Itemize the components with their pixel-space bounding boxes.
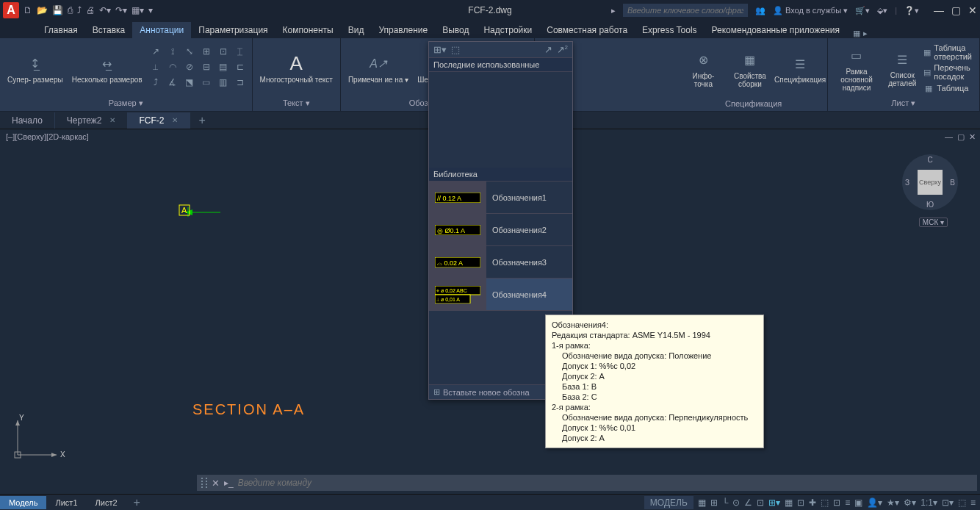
sb-grid-icon[interactable]: ▦	[698, 498, 706, 508]
close-icon[interactable]: ✕	[172, 116, 178, 124]
file-tab[interactable]: Чертеж2✕	[55, 112, 128, 129]
layout-tab[interactable]: Лист2	[87, 496, 126, 509]
ribbon-tab[interactable]: Вывод	[435, 22, 476, 38]
vp-max-icon[interactable]: ▢	[957, 132, 965, 142]
sb-tool-icon[interactable]: ⬚	[958, 498, 966, 508]
dim-icon[interactable]: ⟟	[165, 46, 180, 60]
qat-prop-icon[interactable]: ▦▾	[131, 5, 144, 15]
sb-lwt-icon[interactable]: ⊞▾	[768, 498, 780, 508]
ribbon-play-icon[interactable]: ▸	[863, 29, 868, 38]
fcf-library-item[interactable]: ⌖ ø 0,02 ABC⟂ ø 0,01 A Обозначения4	[429, 279, 572, 311]
dim-icon[interactable]: ↗	[148, 46, 163, 60]
ribbon-tab[interactable]: Рекомендованные приложения	[705, 22, 847, 38]
ribbon-tab[interactable]: Express Tools	[635, 22, 704, 38]
dim-icon[interactable]: ⊡	[216, 46, 231, 60]
ucs-badge[interactable]: МСК ▾	[919, 218, 948, 227]
sb-trans-icon[interactable]: ▦	[785, 498, 793, 508]
qat-redo-icon[interactable]: ↷▾	[115, 5, 127, 15]
minimize-button[interactable]: —	[934, 4, 944, 16]
qat-save-icon[interactable]: 💾	[52, 5, 63, 15]
fcf-tool-icon[interactable]: ⬚	[451, 44, 460, 55]
partslist-button[interactable]: ☰Список деталей	[884, 48, 920, 89]
close-icon[interactable]: ✕	[109, 116, 115, 124]
sb-osnap-icon[interactable]: ∠	[744, 498, 752, 508]
sb-tool-icon[interactable]: ★▾	[887, 498, 899, 508]
sb-ortho-icon[interactable]: └	[722, 498, 729, 508]
fcf-library-item[interactable]: ⌓ 0.02 A Обозначения3	[429, 246, 572, 279]
maximize-button[interactable]: ▢	[951, 4, 961, 16]
infopoint-button[interactable]: ⊗Инфо- точка	[685, 49, 723, 90]
dim-icon[interactable]: ⟂	[148, 62, 163, 75]
dim-icon[interactable]: ⊞	[199, 46, 214, 60]
vp-min-icon[interactable]: —	[945, 132, 953, 142]
sb-tool-icon[interactable]: ⚙▾	[904, 498, 916, 508]
multi-dim-button[interactable]: ↔̲Несколько размеров	[69, 52, 145, 85]
file-tab[interactable]: FCF-2✕	[128, 112, 190, 129]
ribbon-extra-icon[interactable]: ▦	[853, 29, 860, 38]
vp-close-icon[interactable]: ✕	[969, 132, 976, 142]
sb-tool-icon[interactable]: ⊡	[833, 498, 840, 508]
help-icon[interactable]: ❔▾	[904, 6, 919, 15]
dim-icon[interactable]: ⊐	[233, 77, 248, 90]
dim-icon[interactable]: ∡	[165, 77, 180, 90]
titleblock-button[interactable]: ▭Рамка основной надписи	[832, 44, 882, 93]
super-dim-button[interactable]: ↕̲Супер- размеры	[4, 52, 66, 85]
note-button[interactable]: A↗Примечан ие на ▾	[345, 52, 411, 85]
dim-icon[interactable]: ⊘	[182, 62, 197, 75]
drawing-canvas[interactable]: A B C ø2.0 ⌖ ø 0,02 A B C ⟂ ø 0,01 A A→	[0, 129, 220, 240]
sb-tool-icon[interactable]: ⊡	[797, 498, 804, 508]
qat-more-icon[interactable]: ▾	[148, 5, 153, 15]
dim-icon[interactable]: ⤴	[148, 77, 163, 90]
ribbon-tab[interactable]: Главная	[37, 22, 85, 38]
viewcube-n[interactable]: С	[927, 156, 932, 164]
ribbon-tab[interactable]: Компоненты	[275, 22, 341, 38]
signin-button[interactable]: 👤 Вход в службы ▾	[773, 6, 848, 15]
app-logo[interactable]: A	[3, 2, 19, 18]
sb-polar-icon[interactable]: ⊙	[732, 498, 740, 508]
fcf-tool-icon[interactable]: ↗	[544, 44, 552, 55]
bom-button[interactable]: ☰Спецификация	[778, 52, 823, 85]
sb-tool-icon[interactable]: ✚	[809, 498, 816, 508]
file-tab[interactable]: Начало	[0, 112, 55, 129]
hole-table-button[interactable]: ▦Таблица отверстий	[923, 43, 975, 61]
fcf-library-item[interactable]: // 0.12 A Обозначения1	[429, 182, 572, 214]
qat-print-icon[interactable]: 🖨	[86, 5, 95, 15]
ribbon-tab[interactable]: Вид	[341, 22, 372, 38]
ribbon-tab[interactable]: Аннотации	[132, 22, 191, 38]
viewcube-face[interactable]: Сверху	[918, 170, 943, 195]
layout-add-button[interactable]: +	[126, 494, 148, 511]
ribbon-tab[interactable]: Совместная работа	[539, 22, 635, 38]
cart-icon[interactable]: 🛒▾	[855, 6, 870, 15]
layout-tab[interactable]: Лист1	[46, 496, 86, 509]
fcf-library-item[interactable]: ◎ Ø0.1 A Обозначения2	[429, 214, 572, 246]
autodesk-icon[interactable]: ⬙▾	[877, 6, 887, 15]
sb-tool-icon[interactable]: 👤▾	[867, 498, 882, 508]
cmd-close-icon[interactable]: ✕	[212, 478, 220, 489]
sb-tool-icon[interactable]: ⊡▾	[942, 498, 954, 508]
qat-open-icon[interactable]: 📂	[37, 5, 48, 15]
search-input[interactable]	[623, 4, 748, 17]
fcf-tool-icon[interactable]: ↗2	[557, 44, 568, 55]
sb-tool-icon[interactable]: ⬚	[821, 498, 829, 508]
qat-undo-icon[interactable]: ↶▾	[99, 5, 111, 15]
qat-tool-icon[interactable]: ⤴	[77, 5, 82, 15]
ribbon-tab[interactable]: Параметризация	[191, 22, 275, 38]
panel-spec-title[interactable]: Спецификация	[683, 98, 824, 109]
qat-saveas-icon[interactable]: ⎙	[68, 5, 73, 15]
dim-icon[interactable]: ⊟	[199, 62, 214, 75]
model-space-button[interactable]: МОДЕЛЬ	[644, 496, 693, 509]
assembly-props-button[interactable]: ▦Свойства сборки	[725, 49, 774, 90]
sb-scale-icon[interactable]: 1:1▾	[920, 498, 937, 508]
cmd-handle-icon[interactable]	[201, 478, 207, 488]
fit-list-button[interactable]: ▤Перечень посадок	[923, 63, 975, 81]
ribbon-tab[interactable]: Надстройки	[476, 22, 539, 38]
file-tab-add[interactable]: +	[190, 111, 215, 130]
panel-size-title[interactable]: Размер ▾	[3, 97, 249, 109]
command-input[interactable]	[238, 478, 977, 488]
layout-tab[interactable]: Модель	[0, 496, 46, 509]
sb-snap-icon[interactable]: ⊞	[710, 498, 718, 508]
panel-text-title[interactable]: Текст ▾	[256, 97, 337, 109]
fcf-tool-icon[interactable]: ⊞▾	[433, 44, 447, 55]
sb-tool-icon[interactable]: ≡	[845, 498, 850, 508]
viewcube-w[interactable]: З	[905, 179, 909, 187]
